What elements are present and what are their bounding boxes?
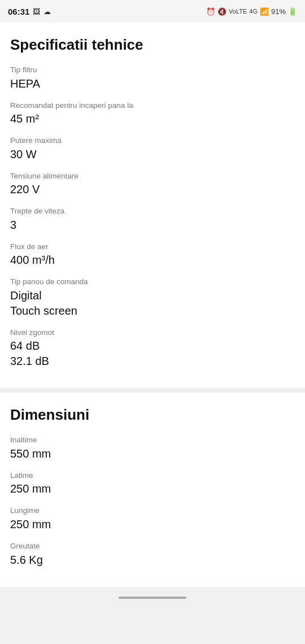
spec-value-greutate: 5.6 Kg bbox=[10, 552, 295, 568]
status-left: 06:31 🖼 ☁ bbox=[8, 7, 51, 16]
volte-icon: VoLTE bbox=[229, 8, 247, 15]
spec-putere: Putere maxima 30 W bbox=[10, 136, 295, 162]
spec-label-greutate: Greutate bbox=[10, 541, 295, 551]
alarm-icon: ⏰ bbox=[206, 7, 215, 16]
spec-label-tensiune: Tensiune alimentare bbox=[10, 171, 295, 181]
spec-latime: Latime 250 mm bbox=[10, 471, 295, 497]
spec-greutate: Greutate 5.6 Kg bbox=[10, 541, 295, 568]
dimensiuni-title: Dimensiuni bbox=[10, 406, 295, 424]
spec-value-latime: 250 mm bbox=[10, 481, 295, 497]
dimensiuni-section: Dimensiuni Inaltime 550 mm Latime 250 mm… bbox=[0, 393, 305, 586]
spec-value-tensiune: 220 V bbox=[10, 182, 295, 197]
spec-label-latime: Latime bbox=[10, 471, 295, 481]
spec-panou: Tip panou de comanda Digital Touch scree… bbox=[10, 277, 295, 319]
mute-icon: 🔇 bbox=[217, 7, 226, 16]
spec-value-putere: 30 W bbox=[10, 147, 295, 162]
spec-label-recomandat: Recomandat pentru incaperi pana la bbox=[10, 101, 295, 111]
spec-value-panou-digital: Digital bbox=[10, 288, 295, 303]
spec-flux: Flux de aer 400 m³/h bbox=[10, 242, 295, 268]
spec-label-lungime: Lungime bbox=[10, 506, 295, 516]
spec-trepte: Trepte de viteza 3 bbox=[10, 206, 295, 233]
4g-icon: 4G bbox=[249, 8, 258, 15]
spec-label-putere: Putere maxima bbox=[10, 136, 295, 146]
bottom-handle bbox=[119, 597, 186, 599]
spec-label-trepte: Trepte de viteza bbox=[10, 206, 295, 216]
status-time: 06:31 bbox=[8, 7, 29, 16]
spec-label-zgomot: Nivel zgomot bbox=[10, 328, 295, 338]
spec-value-lungime: 250 mm bbox=[10, 517, 295, 532]
bottom-bar bbox=[0, 591, 305, 604]
spec-label-tip-filtru: Tip filtru bbox=[10, 65, 295, 75]
specificatii-section: Specificatii tehnice Tip filtru HEPA Rec… bbox=[0, 23, 305, 388]
spec-value-zgomot-2: 32.1 dB bbox=[10, 354, 295, 369]
spec-label-inaltime: Inaltime bbox=[10, 435, 295, 445]
signal-icon: 📶 bbox=[260, 7, 269, 16]
battery-icon: 🔋 bbox=[288, 7, 297, 16]
spec-value-tip-filtru: HEPA bbox=[10, 76, 295, 92]
spec-value-trepte: 3 bbox=[10, 217, 295, 233]
status-bar: 06:31 🖼 ☁ ⏰ 🔇 VoLTE 4G 📶 91% 🔋 bbox=[0, 0, 305, 23]
status-right: ⏰ 🔇 VoLTE 4G 📶 91% 🔋 bbox=[206, 7, 297, 16]
cloud-icon: ☁ bbox=[43, 7, 51, 16]
spec-label-flux: Flux de aer bbox=[10, 242, 295, 252]
spec-value-flux: 400 m³/h bbox=[10, 253, 295, 268]
spec-lungime: Lungime 250 mm bbox=[10, 506, 295, 532]
battery-percent: 91% bbox=[271, 7, 286, 16]
spec-recomandat: Recomandat pentru incaperi pana la 45 m² bbox=[10, 101, 295, 127]
specificatii-title: Specificatii tehnice bbox=[10, 36, 295, 54]
spec-label-panou: Tip panou de comanda bbox=[10, 277, 295, 287]
spec-value-inaltime: 550 mm bbox=[10, 446, 295, 462]
spec-value-zgomot-1: 64 dB bbox=[10, 338, 295, 354]
spec-value-panou-touch: Touch screen bbox=[10, 303, 295, 319]
gallery-icon: 🖼 bbox=[33, 7, 40, 16]
spec-inaltime: Inaltime 550 mm bbox=[10, 435, 295, 462]
spec-tip-filtru: Tip filtru HEPA bbox=[10, 65, 295, 92]
spec-zgomot: Nivel zgomot 64 dB 32.1 dB bbox=[10, 328, 295, 369]
spec-tensiune: Tensiune alimentare 220 V bbox=[10, 171, 295, 198]
spec-value-recomandat: 45 m² bbox=[10, 111, 295, 127]
